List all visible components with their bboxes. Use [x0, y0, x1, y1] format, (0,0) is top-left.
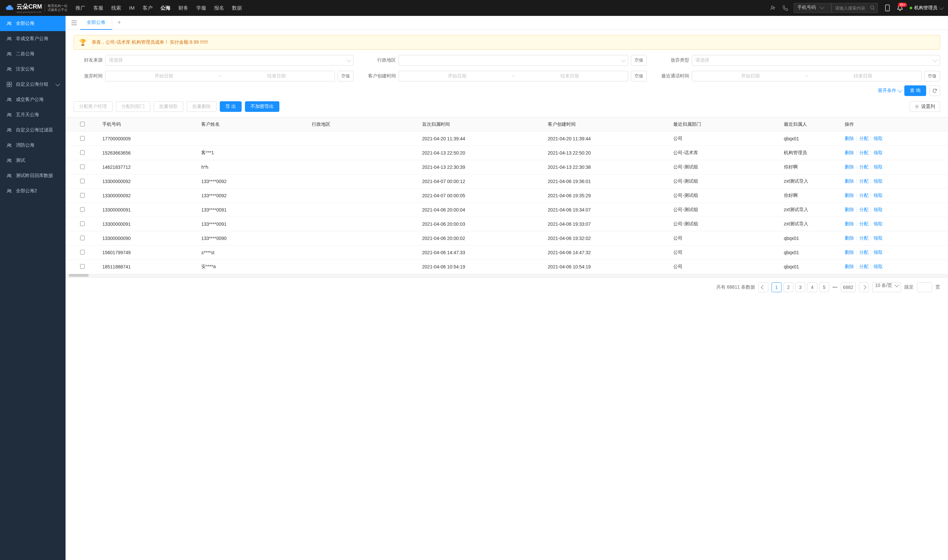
- nav-item-5[interactable]: 公海: [160, 5, 171, 11]
- row-checkbox[interactable]: [80, 235, 85, 240]
- page-button-4[interactable]: 4: [807, 282, 817, 292]
- row-delete-link[interactable]: 删除: [845, 192, 854, 198]
- nav-item-8[interactable]: 报名: [214, 5, 224, 11]
- tab-add-button[interactable]: +: [112, 19, 126, 26]
- next-page-button[interactable]: [859, 282, 869, 292]
- region-empty-button[interactable]: 空值: [631, 55, 647, 66]
- horizontal-scrollbar[interactable]: [66, 274, 948, 277]
- row-checkbox[interactable]: [80, 179, 85, 183]
- row-claim-link[interactable]: 领取: [874, 207, 883, 213]
- batch-claim-button[interactable]: 批量领取: [154, 101, 183, 112]
- row-claim-link[interactable]: 领取: [874, 192, 883, 198]
- row-claim-link[interactable]: 领取: [874, 221, 883, 227]
- sidebar-item-8[interactable]: 消防公海: [0, 138, 66, 153]
- nav-item-1[interactable]: 客服: [93, 5, 103, 11]
- search-icon[interactable]: [870, 5, 875, 11]
- nav-item-3[interactable]: IM: [129, 5, 135, 11]
- page-jump-input[interactable]: [917, 282, 932, 292]
- sidebar-item-7[interactable]: 自定义公海过滤器: [0, 123, 66, 138]
- page-button-1[interactable]: 1: [772, 282, 782, 292]
- nav-item-0[interactable]: 推广: [75, 5, 85, 11]
- row-claim-link[interactable]: 领取: [874, 136, 883, 142]
- friend-source-select[interactable]: 请选择: [105, 55, 354, 66]
- notifications-button[interactable]: 99+: [897, 5, 903, 11]
- row-assign-link[interactable]: 分配: [859, 235, 868, 241]
- query-button[interactable]: 查 询: [904, 85, 926, 96]
- abandon-type-select[interactable]: 请选择: [692, 55, 940, 66]
- tab-menu-icon[interactable]: [68, 20, 80, 25]
- sidebar-item-9[interactable]: 测试: [0, 153, 66, 168]
- sidebar-item-3[interactable]: 注安公海: [0, 62, 66, 77]
- row-claim-link[interactable]: 领取: [874, 150, 883, 156]
- row-assign-link[interactable]: 分配: [859, 192, 868, 198]
- row-checkbox[interactable]: [80, 250, 85, 254]
- export-button[interactable]: 导 出: [220, 101, 242, 112]
- assign-dept-button[interactable]: 分配到部门: [116, 101, 150, 112]
- row-delete-link[interactable]: 删除: [845, 249, 854, 255]
- refresh-button[interactable]: [930, 85, 940, 96]
- row-assign-link[interactable]: 分配: [859, 178, 868, 185]
- call-time-range[interactable]: 开始日期~结束日期: [692, 71, 922, 82]
- row-delete-link[interactable]: 删除: [845, 221, 854, 227]
- sidebar-item-0[interactable]: 全部公海: [0, 16, 66, 31]
- set-columns-button[interactable]: 设置列: [910, 101, 940, 112]
- row-checkbox[interactable]: [80, 207, 85, 212]
- nav-item-7[interactable]: 学服: [196, 5, 206, 11]
- row-claim-link[interactable]: 领取: [874, 178, 883, 185]
- sidebar-item-11[interactable]: 全部公海2: [0, 183, 66, 198]
- phone-icon[interactable]: [782, 5, 788, 11]
- abandon-time-range[interactable]: 开始日期~结束日期: [105, 71, 335, 82]
- create-time-empty-button[interactable]: 空值: [631, 71, 647, 82]
- row-delete-link[interactable]: 删除: [845, 178, 854, 185]
- row-delete-link[interactable]: 删除: [845, 207, 854, 213]
- row-checkbox[interactable]: [80, 150, 85, 155]
- row-assign-link[interactable]: 分配: [859, 150, 868, 156]
- row-claim-link[interactable]: 领取: [874, 249, 883, 255]
- row-delete-link[interactable]: 删除: [845, 235, 854, 241]
- create-time-range[interactable]: 开始日期~结束日期: [399, 71, 628, 82]
- logo[interactable]: 云朵CRM www.yunduocrm.com 教育机构一站 式服务云平台: [5, 3, 68, 14]
- row-checkbox[interactable]: [80, 222, 85, 226]
- nav-item-2[interactable]: 线索: [111, 5, 121, 11]
- expand-filters-link[interactable]: 展开条件: [878, 88, 901, 94]
- region-select[interactable]: [399, 55, 628, 66]
- row-assign-link[interactable]: 分配: [859, 136, 868, 142]
- row-checkbox[interactable]: [80, 264, 85, 269]
- sidebar-item-10[interactable]: 测试昨日回库数据: [0, 168, 66, 183]
- prev-page-button[interactable]: [758, 282, 768, 292]
- row-delete-link[interactable]: 删除: [845, 264, 854, 270]
- row-delete-link[interactable]: 删除: [845, 164, 854, 170]
- nav-item-4[interactable]: 客户: [143, 5, 152, 11]
- nav-item-9[interactable]: 数据: [232, 5, 242, 11]
- page-button-5[interactable]: 5: [819, 282, 829, 292]
- call-time-empty-button[interactable]: 空值: [924, 71, 940, 82]
- sidebar-item-5[interactable]: 成交客户公海: [0, 92, 66, 107]
- sidebar-item-2[interactable]: 二咨公海: [0, 46, 66, 62]
- row-delete-link[interactable]: 删除: [845, 150, 854, 156]
- row-assign-link[interactable]: 分配: [859, 164, 868, 170]
- batch-delete-button[interactable]: 批量删除: [187, 101, 217, 112]
- assign-manager-button[interactable]: 分配客户经理: [74, 101, 112, 112]
- select-all-checkbox[interactable]: [80, 122, 85, 126]
- sidebar-item-6[interactable]: 五月天公海: [0, 107, 66, 123]
- abandon-time-empty-button[interactable]: 空值: [338, 71, 354, 82]
- row-assign-link[interactable]: 分配: [859, 221, 868, 227]
- user-menu[interactable]: 机构管理员: [910, 5, 943, 11]
- row-assign-link[interactable]: 分配: [859, 207, 868, 213]
- user-add-icon[interactable]: [770, 5, 776, 11]
- row-claim-link[interactable]: 领取: [874, 264, 883, 270]
- page-button-2[interactable]: 2: [783, 282, 793, 292]
- export-plain-button[interactable]: 不加密导出: [245, 101, 279, 112]
- row-claim-link[interactable]: 领取: [874, 235, 883, 241]
- row-checkbox[interactable]: [80, 193, 85, 198]
- row-checkbox[interactable]: [80, 136, 85, 141]
- row-delete-link[interactable]: 删除: [845, 136, 854, 142]
- page-button-3[interactable]: 3: [796, 282, 805, 292]
- tab-all-sea[interactable]: 全部公海: [80, 16, 112, 30]
- row-checkbox[interactable]: [80, 165, 85, 169]
- row-assign-link[interactable]: 分配: [859, 264, 868, 270]
- page-size-select[interactable]: 10 条/页: [872, 282, 901, 292]
- row-claim-link[interactable]: 领取: [874, 164, 883, 170]
- nav-item-6[interactable]: 财务: [179, 5, 188, 11]
- last-page-button[interactable]: 6882: [841, 282, 856, 292]
